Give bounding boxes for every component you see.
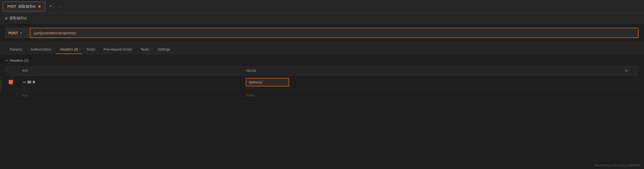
method-select[interactable]: POST ▼ (5, 28, 30, 38)
col-value-header: VALUE (243, 66, 622, 76)
breadcrumb-text: 获取城市id (9, 16, 26, 21)
key-icon (22, 81, 35, 83)
row-value-cell[interactable]: {{token}} (243, 76, 622, 89)
empty-value-cell[interactable]: Value (243, 89, 622, 102)
tab-settings[interactable]: Settings (153, 45, 175, 54)
tab-pre-request-label: Pre-request Script (104, 47, 132, 51)
empty-checkbox-cell (5, 89, 19, 102)
row-checkbox-cell[interactable] (5, 76, 19, 89)
more-tabs-button[interactable]: ··· (55, 2, 64, 11)
method-value: POST (8, 31, 18, 35)
breadcrumb-arrow-icon: ▶ (5, 16, 8, 20)
tab-method-label: POST (7, 5, 16, 8)
tab-authorization-label: Authorization (31, 47, 51, 51)
tab-tests-label: Tests (141, 47, 149, 51)
col-desc-header: D (622, 66, 639, 76)
tab-unsaved-dot (39, 5, 41, 8)
breadcrumb: ▶ 获取城市id (0, 13, 644, 23)
table-header: KEY VALUE D (5, 66, 639, 76)
row-desc-cell (622, 76, 639, 89)
col-key-header: KEY (19, 66, 243, 76)
section-collapse-icon[interactable]: ▼ (5, 59, 8, 62)
add-tab-button[interactable]: + (46, 2, 55, 11)
url-input[interactable] (34, 31, 635, 35)
headers-section-header: ▼ Headers (1) (5, 58, 639, 62)
tabs-navigation: Params Authorization Headers (9) Body Pr… (0, 43, 644, 54)
row-key-cell[interactable] (19, 76, 243, 89)
tab-settings-label: Settings (158, 47, 170, 51)
ellipsis-icon: ··· (58, 4, 61, 9)
tab-body-label: Body (87, 47, 95, 51)
tab-headers-label: Headers (9) (60, 47, 78, 51)
tab-authorization[interactable]: Authorization (26, 45, 56, 54)
headers-badge: (9) (74, 48, 78, 51)
request-tab[interactable]: POST 获取城市id (3, 2, 45, 11)
headers-section-title: Headers (1) (10, 58, 28, 62)
empty-key-cell[interactable]: Key (19, 89, 243, 102)
watermark: https://blog.csdn.net/qq_43699339 (595, 164, 641, 167)
col-checkbox (5, 66, 19, 76)
tab-body[interactable]: Body (82, 45, 99, 54)
tab-pre-request-script[interactable]: Pre-request Script (99, 45, 136, 54)
dropdown-arrow-icon: ▼ (20, 32, 22, 35)
tab-params[interactable]: Params (5, 45, 26, 54)
empty-table-row: Key Value (5, 89, 639, 102)
row-checkbox[interactable] (9, 80, 13, 84)
tab-headers[interactable]: Headers (9) (56, 45, 82, 54)
content-area: ▼ Headers (1) KEY VALUE D (0, 54, 644, 106)
tab-bar: POST 获取城市id + ··· (0, 0, 644, 13)
plus-icon: + (49, 4, 52, 9)
tab-name-label: 获取城市id (18, 4, 35, 9)
table-row: {{token}} (5, 76, 639, 89)
url-input-container (30, 28, 639, 38)
tab-params-label: Params (10, 47, 22, 51)
tab-tests[interactable]: Tests (136, 45, 153, 54)
row-value: {{token}} (246, 78, 289, 86)
url-bar: POST ▼ (0, 23, 644, 43)
sidebar-indicator (0, 76, 2, 93)
headers-table: KEY VALUE D (5, 66, 639, 102)
empty-desc-cell (622, 89, 639, 102)
